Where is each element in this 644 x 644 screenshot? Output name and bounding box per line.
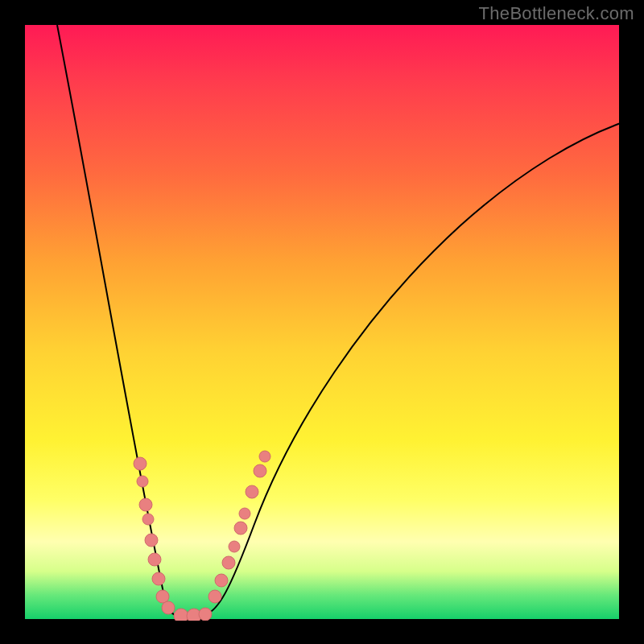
marker-dot [246, 485, 258, 498]
marker-dot [199, 608, 212, 621]
marker-dot [222, 556, 235, 569]
marker-dot [134, 457, 147, 470]
marker-dot [148, 553, 161, 566]
curve-right [204, 123, 621, 615]
marker-dot [145, 534, 158, 547]
marker-dot [174, 609, 188, 621]
marker-dot [239, 508, 250, 519]
marker-dot [234, 522, 247, 535]
marker-dot [254, 464, 266, 477]
marker-dot [208, 590, 221, 603]
marker-dot [139, 498, 152, 511]
marker-dot [229, 541, 240, 552]
marker-dot [152, 572, 165, 585]
chart-frame [24, 24, 620, 620]
markers-bottom-group [174, 608, 212, 621]
curve-left [57, 25, 204, 617]
chart-svg [25, 25, 621, 621]
marker-dot [137, 476, 148, 487]
marker-dot [156, 590, 169, 603]
marker-dot [259, 451, 270, 462]
watermark-text: TheBottleneck.com [479, 3, 634, 24]
marker-dot [142, 514, 154, 525]
markers-left-group [134, 457, 175, 614]
markers-right-group [208, 451, 270, 603]
marker-dot [215, 574, 228, 587]
marker-dot [162, 601, 175, 614]
